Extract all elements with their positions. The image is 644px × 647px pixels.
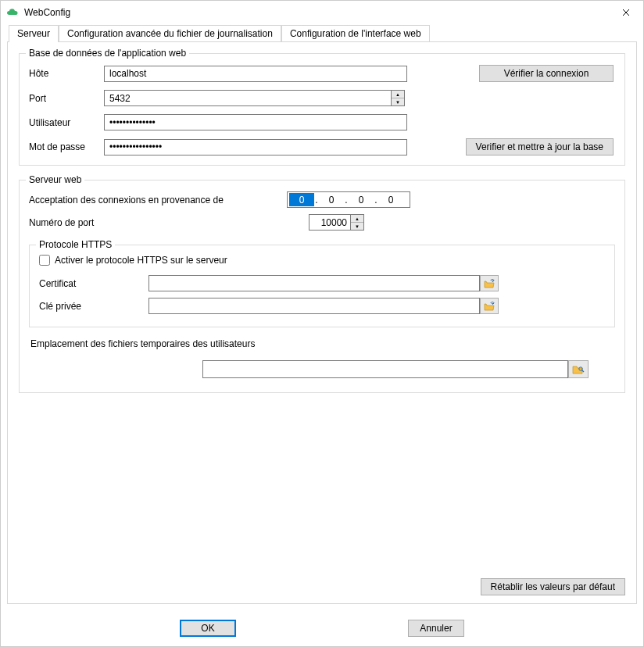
tab-label: Serveur [17, 28, 50, 39]
tabstrip: Serveur Configuration avancée du fichier… [7, 24, 637, 41]
db-port-spinner[interactable]: ▲ ▼ [392, 90, 405, 106]
dialog-footer: OK Annuler [1, 620, 643, 637]
folder-search-icon [572, 364, 585, 375]
folder-open-icon [484, 302, 495, 311]
temp-files-label: Emplacement des fichiers temporaires des… [30, 338, 614, 349]
tab-panel-server: Base de données de l'application web Hôt… [7, 41, 637, 604]
group-database: Base de données de l'application web Hôt… [19, 53, 625, 166]
ip-octet-1[interactable] [289, 193, 314, 206]
private-key-input[interactable] [148, 298, 480, 314]
verify-update-db-button[interactable]: Verifier et mettre à jour la base [466, 138, 614, 155]
private-key-label: Clé privée [39, 301, 148, 312]
host-label: Hôte [29, 68, 104, 79]
db-port-input[interactable] [104, 90, 392, 106]
temp-files-section: Emplacement des fichiers temporaires des… [29, 338, 615, 378]
group-webserver: Serveur web Acceptation des connexions e… [19, 180, 625, 393]
user-label: Utilisateur [29, 117, 104, 128]
tab-server[interactable]: Serveur [9, 25, 59, 42]
group-https-legend: Protocole HTTPS [36, 239, 115, 250]
app-icon [5, 7, 20, 18]
tab-logging[interactable]: Configuration avancée du fichier de jour… [59, 25, 281, 42]
group-webserver-legend: Serveur web [26, 174, 84, 185]
ws-port-spinner[interactable]: ▲ ▼ [351, 214, 364, 231]
temp-files-browse-button[interactable] [568, 360, 589, 378]
accept-connections-label: Acceptation des connexions en provenance… [29, 195, 287, 206]
spinner-down-icon[interactable]: ▼ [392, 98, 404, 105]
ip-octet-2[interactable] [319, 193, 344, 206]
titlebar: WebConfig [1, 1, 643, 24]
group-https: Protocole HTTPS Activer le protocole HTT… [29, 245, 615, 327]
user-input[interactable] [104, 114, 407, 130]
spinner-up-icon[interactable]: ▲ [351, 215, 363, 222]
close-button[interactable] [615, 5, 637, 20]
port-label: Port [29, 93, 104, 104]
tab-webui[interactable]: Configuration de l'interface web [281, 25, 430, 42]
password-label: Mot de passe [29, 141, 104, 152]
restore-defaults-button[interactable]: Rétablir les valeurs par défaut [481, 578, 625, 595]
certificate-browse-button[interactable] [480, 275, 499, 291]
tabs: Serveur Configuration avancée du fichier… [7, 24, 637, 604]
private-key-browse-button[interactable] [480, 298, 499, 314]
ip-octet-4[interactable] [378, 193, 403, 206]
ip-address-input[interactable]: . . . [287, 191, 410, 208]
temp-files-input[interactable] [202, 360, 568, 378]
certificate-label: Certificat [39, 278, 148, 289]
ok-button[interactable]: OK [180, 620, 236, 637]
host-input[interactable] [104, 66, 407, 82]
tab-label: Configuration avancée du fichier de jour… [67, 28, 273, 39]
ws-port-label: Numéro de port [29, 217, 287, 228]
folder-open-icon [484, 279, 495, 288]
webconfig-window: WebConfig Serveur Configuration avancée … [0, 0, 644, 647]
password-input[interactable] [104, 139, 407, 155]
window-title: WebConfig [24, 7, 70, 18]
ip-octet-3[interactable] [349, 193, 374, 206]
spinner-up-icon[interactable]: ▲ [392, 91, 404, 98]
verify-connection-button[interactable]: Vérifier la connexion [479, 65, 614, 82]
certificate-input[interactable] [148, 275, 480, 291]
enable-https-checkbox[interactable] [39, 255, 50, 266]
group-database-legend: Base de données de l'application web [26, 48, 189, 59]
enable-https-label: Activer le protocole HTTPS sur le serveu… [55, 255, 227, 266]
ws-port-input[interactable] [309, 214, 351, 231]
cancel-button[interactable]: Annuler [408, 620, 464, 637]
spinner-down-icon[interactable]: ▼ [351, 222, 363, 230]
tab-label: Configuration de l'interface web [290, 28, 421, 39]
